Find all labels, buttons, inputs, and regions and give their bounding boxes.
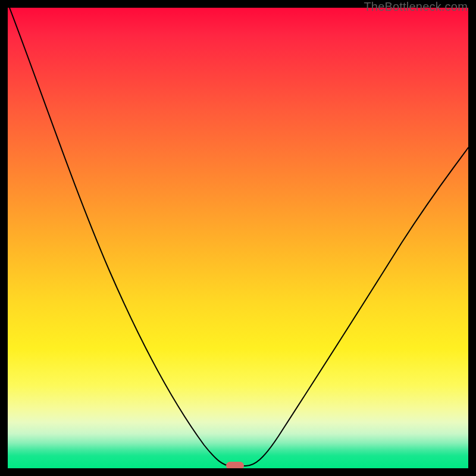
plot-area (8, 8, 468, 468)
bottleneck-curve (10, 8, 468, 466)
curve-layer (8, 8, 468, 468)
watermark-text: TheBottleneck.com (364, 0, 468, 14)
chart-container: TheBottleneck.com (0, 0, 476, 476)
trough-marker (226, 462, 244, 468)
